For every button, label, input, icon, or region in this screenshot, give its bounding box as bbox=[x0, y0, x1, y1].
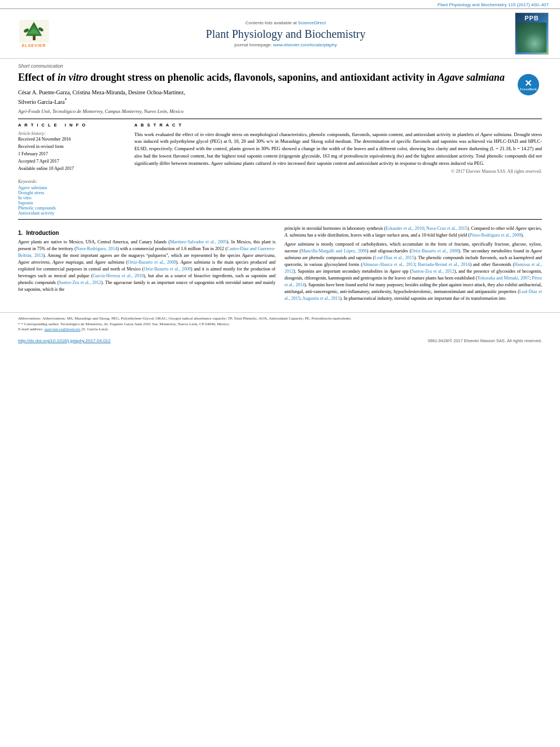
ref-ortiz2008b[interactable]: Ortiz-Basurto et al., 2008 bbox=[143, 267, 191, 272]
journal-center-header: Contents lists available at ScienceDirec… bbox=[56, 20, 515, 47]
ref-garcia2010[interactable]: García-Herrera et al., 2010 bbox=[93, 273, 143, 278]
title-text-prefix: Effect of bbox=[18, 72, 58, 83]
divider-after-abstract bbox=[18, 219, 542, 220]
email-label: E-mail address: bbox=[18, 327, 44, 331]
body-left-column: 1. Introduction Agave plants are native … bbox=[18, 225, 275, 304]
ref-augustin2011[interactable]: Augustin et al., 2011 bbox=[303, 296, 340, 301]
article-content: Short communication Effect of in vitro d… bbox=[0, 59, 560, 309]
homepage-prefix: journal homepage: bbox=[234, 42, 273, 47]
corresponding-author-footnote: * * Corresponding author. Tecnológico de… bbox=[18, 322, 542, 327]
crossmark-x: ✕ bbox=[524, 79, 532, 88]
issn-text: 0981-9428/© 2017 Elsevier Masson SAS. Al… bbox=[428, 338, 542, 343]
title-italic-1: in vitro bbox=[58, 72, 88, 83]
received-date: Received 24 November 2016 bbox=[18, 137, 125, 142]
doi-link[interactable]: http://dx.doi.org/10.1016/j.jplaphy.2017… bbox=[18, 338, 111, 343]
ref-santos2012b[interactable]: Santos-Zea et al., 2012 bbox=[412, 269, 454, 274]
ref-ortiz2008c[interactable]: Ortiz-Basurto et al., 2008 bbox=[411, 248, 458, 254]
ref-pinos2009[interactable]: Pinos-Rodríguez et al., 2009 bbox=[470, 233, 521, 238]
body-right-column: principle in steroidal hormones in labor… bbox=[285, 225, 542, 304]
copyright-text: © 2017 Elsevier Masson SAS. All rights r… bbox=[134, 169, 542, 174]
elsevier-brand-text: ELSEVIER bbox=[22, 43, 46, 47]
footer-bottom: http://dx.doi.org/10.1016/j.jplaphy.2017… bbox=[0, 336, 560, 346]
abbreviations-label: Abbreviations: bbox=[18, 316, 42, 321]
article-title: Effect of in vitro drought stress on phe… bbox=[18, 71, 542, 84]
ppb-logo: PPB bbox=[524, 15, 539, 21]
article-info-abstract-section: A R T I C L E I N F O Article history: R… bbox=[18, 123, 542, 216]
abstract-column: A B S T R A C T This work evaluated the … bbox=[134, 123, 542, 216]
cover-illustration bbox=[517, 23, 546, 53]
journal-title-header: Plant Physiology and Biochemistry bbox=[62, 28, 509, 41]
keyword-2[interactable]: Drought stress bbox=[18, 190, 125, 195]
journal-reference-bar: Plant Physiology and Biochemistry 115 (2… bbox=[0, 0, 560, 8]
ref-barriada2014[interactable]: Barriada-Bernal et al., 2014 bbox=[418, 262, 470, 267]
abstract-section-header: A B S T R A C T bbox=[134, 123, 542, 128]
email-address[interactable]: sgarciala ra@itesm.mx bbox=[44, 327, 80, 331]
accepted-date: Accepted 7 April 2017 bbox=[18, 159, 125, 164]
keyword-link-1[interactable]: Agave salmiana bbox=[18, 185, 47, 190]
authors-line: César A. Puente-Garza, Cristina Meza-Mir… bbox=[18, 89, 542, 106]
crossmark-label: CrossMark bbox=[520, 88, 537, 91]
keyword-6[interactable]: Antioxidant activity bbox=[18, 211, 125, 216]
journal-reference: Plant Physiology and Biochemistry 115 (2… bbox=[438, 2, 549, 7]
keyword-link-2[interactable]: Drought stress bbox=[18, 190, 44, 195]
elsevier-tree-icon bbox=[19, 20, 50, 42]
keyword-link-6[interactable]: Antioxidant activity bbox=[18, 211, 54, 216]
corresponding-text: * Corresponding author. Tecnológico de M… bbox=[21, 322, 230, 326]
ref-leal2015a[interactable]: Leal-Díaz et al., 2015 bbox=[374, 255, 414, 260]
keywords-label: Keywords: bbox=[18, 179, 125, 184]
keyword-link-3[interactable]: In vitro bbox=[18, 195, 32, 200]
article-info-column: A R T I C L E I N F O Article history: R… bbox=[18, 123, 125, 216]
article-type-label: Short communication bbox=[18, 63, 542, 69]
body-col2-p1: principle in steroidal hormones in labor… bbox=[285, 225, 542, 239]
email-note: (S. García-Lara). bbox=[82, 327, 109, 331]
keyword-1[interactable]: Agave salmiana bbox=[18, 185, 125, 190]
ref-nava2014[interactable]: Nava-Rodríguez, 2014 bbox=[76, 246, 117, 251]
journal-homepage-line: journal homepage: www.elsevier.com/locat… bbox=[62, 42, 509, 47]
article-history-label: Article history: bbox=[18, 131, 125, 136]
available-online-date: Available online 10 April 2017 bbox=[18, 166, 125, 171]
abbreviations-text: Abbreviations: MS, Murashige and Skoog; … bbox=[42, 316, 351, 321]
keyword-5[interactable]: Phenolic compounds bbox=[18, 206, 125, 211]
abstract-text: This work evaluated the effect of in vit… bbox=[134, 131, 542, 167]
divider-after-affil bbox=[18, 119, 542, 119]
author-affiliation: Agri-Foods Unit, Tecnológico de Monterre… bbox=[18, 108, 542, 114]
keyword-link-5[interactable]: Phenolic compounds bbox=[18, 206, 56, 211]
keyword-link-4[interactable]: Saponin bbox=[18, 200, 33, 206]
science-direct-link[interactable]: ScienceDirect bbox=[298, 20, 326, 25]
author-2: Silverio García-Lara* bbox=[18, 99, 67, 105]
author-1: César A. Puente-Garza, Cristina Meza-Mir… bbox=[18, 89, 185, 95]
ref-ortiz2008a[interactable]: Ortiz-Basurto et al., 2008 bbox=[128, 260, 176, 265]
homepage-link[interactable]: www.elsevier.com/locate/plaphy bbox=[273, 42, 337, 47]
section1-title: 1. Introduction bbox=[18, 230, 275, 236]
title-italic-2: Agave salmiana bbox=[438, 72, 505, 83]
science-direct-prefix: Contents lists available at bbox=[246, 20, 298, 25]
body-two-column: 1. Introduction Agave plants are native … bbox=[18, 225, 542, 304]
section1-number: 1. bbox=[18, 230, 23, 236]
body-col2-p2: Agave salmiana is mostly composed of car… bbox=[285, 241, 542, 302]
received-revised-label: Received in revised form bbox=[18, 144, 125, 149]
crossmark-icon: ✕ CrossMark bbox=[518, 74, 539, 95]
footnotes-area: Abbreviations: Abbreviations: MS, Murash… bbox=[0, 312, 560, 336]
ref-santos2012a[interactable]: Santos-Zea et al., 2012 bbox=[59, 280, 101, 285]
crossmark-badge[interactable]: ✕ CrossMark bbox=[515, 71, 542, 98]
ref-almaraz2013[interactable]: Almaraz-Abarca et al., 2013 bbox=[362, 262, 415, 267]
section1-label: Introduction bbox=[26, 230, 59, 236]
ref-castro2013[interactable]: Castro-Díaz and Guerrero-Beltrán, 2013 bbox=[18, 246, 275, 258]
ref-mancilla2006[interactable]: Mancilla-Margalli and López, 2006 bbox=[301, 248, 366, 254]
ref-martinez2005[interactable]: Martínez-Salvador et al., 2005 bbox=[170, 239, 227, 244]
ref-eskander2010[interactable]: Eskander et al., 2010 bbox=[386, 226, 423, 231]
science-direct-line: Contents lists available at ScienceDirec… bbox=[62, 20, 509, 25]
body-col1-p1: Agave plants are native to Mexico, USA, … bbox=[18, 239, 275, 293]
journal-cover-image: PPB bbox=[515, 12, 549, 55]
elsevier-logo: ELSEVIER bbox=[11, 20, 56, 47]
journal-header: ELSEVIER Contents lists available at Sci… bbox=[0, 8, 560, 59]
keyword-3[interactable]: In vitro bbox=[18, 195, 125, 200]
ref-navacruz2015[interactable]: Nava-Cruz et al., 2015 bbox=[426, 226, 467, 231]
title-text-mid: drought stress on phenolic acids, flavon… bbox=[88, 72, 438, 83]
ref-yokosuka2007[interactable]: Yokosuka and Mimaki, 2007 bbox=[477, 276, 530, 281]
abbreviations-footnote: Abbreviations: Abbreviations: MS, Murash… bbox=[18, 316, 542, 322]
page: Plant Physiology and Biochemistry 115 (2… bbox=[0, 0, 560, 747]
article-info-section-header: A R T I C L E I N F O bbox=[18, 123, 125, 128]
keyword-4[interactable]: Saponin bbox=[18, 200, 125, 206]
email-footnote: E-mail address: sgarciala ra@itesm.mx (S… bbox=[18, 327, 542, 333]
